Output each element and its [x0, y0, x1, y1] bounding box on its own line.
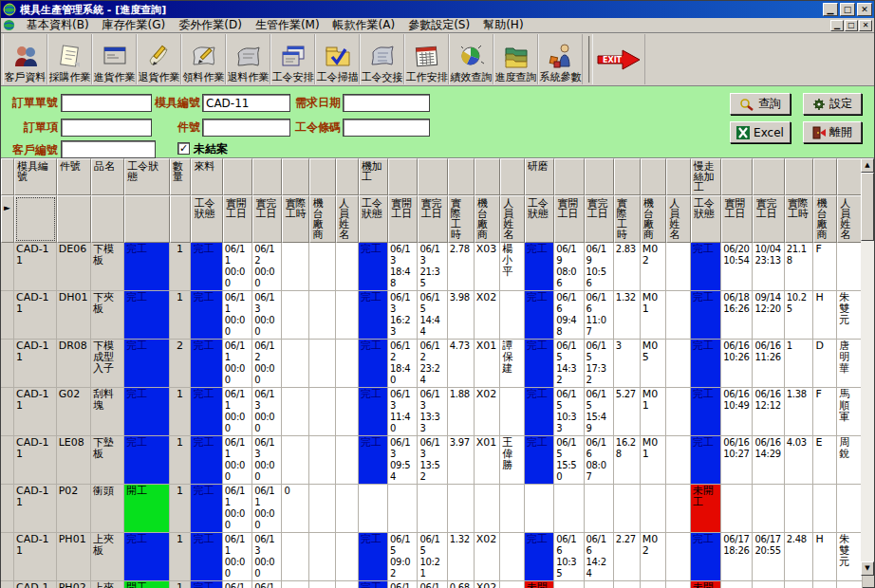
- grid-cell[interactable]: [666, 436, 691, 485]
- grid-cell[interactable]: [666, 533, 691, 581]
- grid-cell[interactable]: [1, 291, 14, 340]
- grid-cell[interactable]: D: [813, 340, 837, 388]
- grid-cell[interactable]: [753, 581, 784, 588]
- toolbar-material-return-button[interactable]: 退料作業: [226, 34, 270, 84]
- date-cell[interactable]: 06/1200:00: [252, 340, 282, 388]
- grid-cell[interactable]: M01: [641, 436, 667, 485]
- date-cell[interactable]: 06/1218:40: [388, 340, 418, 388]
- grid-cell[interactable]: F: [813, 243, 837, 291]
- date-cell[interactable]: 06/1614:24: [585, 533, 614, 581]
- date-cell[interactable]: 06/1612:12: [753, 388, 784, 436]
- child-minimize-button[interactable]: ▁: [830, 20, 844, 31]
- toolbar-goods-return-button[interactable]: 退貨作業: [137, 34, 181, 84]
- date-cell[interactable]: 06/1610:27: [721, 436, 753, 485]
- grid-cell[interactable]: 4.03: [785, 436, 814, 485]
- grid-cell[interactable]: [666, 485, 691, 533]
- date-cell[interactable]: 06/1610:35: [554, 533, 584, 581]
- status-cell[interactable]: 完工: [124, 436, 170, 485]
- grid-cell[interactable]: 下夾板: [91, 291, 124, 340]
- grid-cell[interactable]: [785, 581, 814, 588]
- status-cell[interactable]: 完工: [691, 291, 721, 340]
- grid-cell[interactable]: CAD-11: [14, 340, 57, 388]
- grid-cell[interactable]: 5.27: [614, 388, 641, 436]
- grid-cell[interactable]: [282, 243, 309, 291]
- status-cell[interactable]: 完工: [525, 533, 554, 581]
- grid-cell[interactable]: [641, 581, 667, 588]
- grid-cell[interactable]: 3: [614, 340, 641, 388]
- status-cell[interactable]: 完工: [359, 291, 388, 340]
- grid-cell[interactable]: [336, 291, 359, 340]
- date-cell[interactable]: 06/1100:00: [223, 291, 252, 340]
- grid-cell[interactable]: 譚保建: [500, 340, 525, 388]
- grid-cell[interactable]: [753, 485, 784, 533]
- grid-cell[interactable]: 1.38: [785, 388, 814, 436]
- grid-cell[interactable]: [309, 388, 336, 436]
- grid-cell[interactable]: 楊小平: [500, 243, 525, 291]
- status-cell[interactable]: 完工: [191, 388, 222, 436]
- date-cell[interactable]: 06/1611:07: [585, 291, 614, 340]
- open-only-checkbox[interactable]: ✓: [177, 142, 190, 155]
- grid-cell[interactable]: [309, 340, 336, 388]
- grid-cell[interactable]: CAD-11: [14, 388, 57, 436]
- minimize-button[interactable]: ▁: [823, 3, 838, 16]
- grid-cell[interactable]: [813, 485, 837, 533]
- grid-cell[interactable]: F: [813, 388, 837, 436]
- grid-cell[interactable]: [309, 485, 336, 533]
- date-cell[interactable]: 10/0423:13: [753, 243, 784, 291]
- date-cell[interactable]: 06/1100:00: [223, 243, 252, 291]
- date-cell[interactable]: 06/1910:56: [585, 243, 614, 291]
- grid-cell[interactable]: DE06: [57, 243, 91, 291]
- grid-cell[interactable]: 刮料塊: [91, 388, 124, 436]
- grid-cell[interactable]: [309, 243, 336, 291]
- grid-cell[interactable]: 1: [170, 243, 192, 291]
- excel-button[interactable]: Excel: [730, 121, 791, 143]
- status-cell[interactable]: 完工: [691, 533, 721, 581]
- date-cell[interactable]: 06/1608:07: [585, 436, 614, 485]
- date-cell[interactable]: 06/1100:00: [223, 340, 252, 388]
- grid-cell[interactable]: [1, 243, 14, 291]
- toolbar-performance-query-button[interactable]: 績效查詢: [449, 34, 493, 84]
- grid-cell[interactable]: 0: [282, 485, 309, 533]
- vertical-scrollbar[interactable]: ▲ ▼: [861, 158, 874, 576]
- grid-cell[interactable]: 1: [785, 340, 814, 388]
- child-restore-button[interactable]: □: [845, 20, 858, 31]
- date-cell[interactable]: 06/1515:50: [554, 436, 584, 485]
- grid-cell[interactable]: [666, 581, 691, 588]
- date-cell[interactable]: 06/1718:26: [721, 533, 753, 581]
- grid-cell[interactable]: [554, 581, 584, 588]
- grid-cell[interactable]: [336, 436, 359, 485]
- grid-cell[interactable]: [585, 485, 614, 533]
- grid-cell[interactable]: 唐明華: [837, 340, 863, 388]
- toolbar-system-params-button[interactable]: 系統參數: [538, 34, 583, 84]
- scroll-down-button[interactable]: ▼: [861, 561, 874, 576]
- grid-cell[interactable]: 2.27: [614, 533, 641, 581]
- scroll-up-button[interactable]: ▲: [861, 158, 874, 173]
- grid-cell[interactable]: M01: [641, 291, 667, 340]
- status-cell[interactable]: 完工: [359, 388, 388, 436]
- status-cell[interactable]: 完工: [359, 436, 388, 485]
- grid-cell[interactable]: 0.68: [448, 581, 475, 588]
- grid-cell[interactable]: 下模成型入子: [91, 340, 124, 388]
- status-cell[interactable]: 未開工: [525, 581, 554, 588]
- grid-cell[interactable]: 衝頭: [91, 485, 124, 533]
- toolbar-workorder-handover-button[interactable]: 工令交接: [360, 34, 404, 84]
- grid-cell[interactable]: [500, 388, 525, 436]
- grid-cell[interactable]: [500, 581, 525, 588]
- date-cell[interactable]: 06/1300:00: [252, 291, 282, 340]
- date-cell[interactable]: 06/1509:02: [388, 533, 418, 581]
- grid-cell[interactable]: [1, 340, 14, 388]
- status-cell[interactable]: 完工: [191, 291, 222, 340]
- grid-cell[interactable]: [282, 533, 309, 581]
- menu-item-parameters[interactable]: 參數設定(S): [401, 18, 476, 32]
- grid-cell[interactable]: [336, 243, 359, 291]
- status-cell[interactable]: 完工: [124, 533, 170, 581]
- grid-cell[interactable]: 上夾板: [91, 533, 124, 581]
- child-close-button[interactable]: ✕: [859, 20, 872, 31]
- grid-cell[interactable]: PH02: [57, 581, 91, 588]
- grid-cell[interactable]: X02: [475, 291, 501, 340]
- grid-cell[interactable]: [1, 485, 14, 533]
- toolbar-customer-button[interactable]: 客戶資料: [3, 34, 47, 84]
- date-cell[interactable]: 06/1318:48: [388, 243, 418, 291]
- grid-cell[interactable]: M02: [641, 533, 667, 581]
- grid-cell[interactable]: M05: [641, 340, 667, 388]
